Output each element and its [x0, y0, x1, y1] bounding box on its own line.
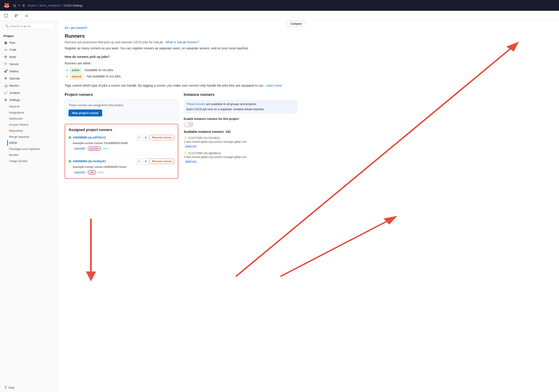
- runners-two-col: Project runners These runners are assign…: [65, 92, 297, 179]
- sidebar-sub-item-monitor[interactable]: Monitor: [7, 152, 57, 158]
- runner-tags-1: openshift ppc64le ⟸: [73, 146, 174, 151]
- runner-hostname-1: example-runner-runner-7bc4d86d59-9nkt6: [73, 141, 174, 145]
- instance-info-line1: These runners are available to all group…: [186, 102, 295, 106]
- runner-edit-icon-1[interactable]: ✏: [136, 135, 142, 141]
- sidebar-sub-item-general[interactable]: General: [7, 103, 57, 109]
- register-text: Register as many runners as you want. Yo…: [65, 46, 297, 51]
- deploy-chevron-icon: ›: [53, 70, 54, 72]
- issues-nav-icon[interactable]: [3, 12, 9, 19]
- sidebar-item-settings[interactable]: ⚙ Settings ›: [0, 96, 57, 103]
- what-is-runner-link[interactable]: What is GitLab Runner?: [166, 40, 199, 44]
- instance-runners-link[interactable]: These runners: [186, 102, 205, 106]
- sidebar-toggle-icon[interactable]: ▤: [13, 4, 16, 7]
- instance-runner-tag-1: gitlab-org: [184, 144, 198, 148]
- runner-actions-1: ✏ ⏸ Remove runner: [136, 135, 174, 141]
- instance-runners-col: Instance runners These runners are avail…: [184, 92, 297, 179]
- breadcrumb-user[interactable]: Arslan: [28, 4, 36, 7]
- how-pick-block: How do runners pick up jobs? Runners are…: [65, 54, 297, 79]
- sidebar-item-build[interactable]: ⚙ Build ›: [0, 53, 57, 60]
- enable-instance-runners-row: Enable instance runners for this project…: [184, 117, 297, 127]
- runner-edit-icon-2[interactable]: ✏: [136, 158, 142, 164]
- help-footer[interactable]: ❓ Help: [0, 383, 57, 392]
- instance-runner-2: ⏱ #11573990 (NL4gfoBem) 2-blue.shared-gi…: [184, 151, 297, 163]
- plus-icon[interactable]: +: [18, 3, 20, 8]
- runner-id-link-1[interactable]: #40099685 (aLa3FA5uY): [73, 136, 106, 139]
- sidebar-sub-item-webhooks[interactable]: Webhooks: [7, 116, 57, 122]
- sidebar-item-analyze[interactable]: 📈 Analyze ›: [0, 89, 57, 96]
- active-badge-desc: - Available to run jobs.: [83, 68, 114, 72]
- sidebar-item-plan[interactable]: ▦ Plan ›: [0, 39, 57, 46]
- project-runners-panel: These runners are assigned to this proje…: [65, 100, 178, 120]
- instance-runner-header-2: ⏱ #11573990 (NL4gfoBem): [184, 151, 297, 155]
- paused-badge: paused: [70, 74, 83, 79]
- sidebar-item-secure[interactable]: 🛡 Secure ›: [0, 60, 57, 68]
- toggle-x-icon: ✕: [185, 123, 186, 126]
- sidebar: 🔍 Search or go to... Project ▦ Plan › </…: [0, 21, 57, 392]
- search-bar[interactable]: 🔍 Search or go to...: [3, 23, 55, 29]
- sidebar-sub-item-packages[interactable]: Packages and registries: [7, 146, 57, 152]
- sidebar-item-deploy[interactable]: 🚀 Deploy ›: [0, 68, 57, 75]
- sidebar-item-monitor-label: Monitor: [9, 84, 19, 87]
- runner-pause-icon-1[interactable]: ⏸: [143, 135, 149, 141]
- sidebar-sub-item-integrations[interactable]: Integrations: [7, 109, 57, 116]
- learn-more-link[interactable]: Learn more.: [266, 84, 282, 87]
- instance-info-text: are available to all groups and projects…: [206, 102, 257, 106]
- remove-runner-button-1[interactable]: Remove runner: [149, 135, 174, 140]
- runner-tag-openshift-1: openshift: [73, 147, 86, 150]
- instance-runners-toggle[interactable]: ✕: [184, 122, 194, 127]
- sidebar-item-deploy-label: Deploy: [9, 70, 19, 73]
- top-bar: 🦊 ▤ + ⊞ Arslan / demo_multiarch / CI/CD …: [0, 0, 559, 11]
- runner-hostname-2: example-runner-runner-c8d8d5d55-5nsvc: [73, 165, 174, 169]
- runner-header-2: #40099684 (ExYaJNyzF) ✏ ⏸ Remove runner: [69, 158, 174, 164]
- instance-runner-url-1: 1-blue.shared-gitlab-org.runners-manager…: [184, 140, 297, 143]
- settings-sub-items: General Integrations Webhooks Access Tok…: [0, 103, 57, 164]
- runner-actions-2: ✏ ⏸ Remove runner: [136, 158, 174, 164]
- operate-icon: ⚙: [4, 77, 8, 80]
- second-bar: [0, 11, 559, 21]
- runner-tag-openshift-2: openshift: [73, 170, 86, 174]
- paused-badge-item: paused - Not available to run jobs.: [70, 74, 297, 79]
- instance-runner-icon-1: ⏱: [184, 136, 187, 140]
- project-section-label: Project: [0, 32, 57, 39]
- new-runner-button[interactable]: New project runner: [68, 109, 102, 116]
- sidebar-sub-item-cicd[interactable]: CI/CD: [7, 140, 57, 146]
- active-badge: active: [70, 68, 81, 73]
- remove-runner-button-2[interactable]: Remove runner: [149, 159, 174, 164]
- runners-desc-text: Runners are processes that pick up and e…: [65, 40, 164, 44]
- sidebar-item-monitor[interactable]: 📊 Monitor ›: [0, 82, 57, 89]
- instance-info-box: These runners are available to all group…: [184, 100, 297, 114]
- settings-icon: ⚙: [4, 98, 8, 102]
- runner-tag-x86: x86: [88, 170, 96, 175]
- sidebar-sub-item-repository[interactable]: Repository: [7, 128, 57, 134]
- runner-id-link-2[interactable]: #40099684 (ExYaJNyzF): [73, 160, 106, 163]
- code-chevron-icon: ›: [53, 48, 54, 51]
- runner-header-1: #40099685 (aLa3FA5uY) ✏ ⏸ Remove runner: [69, 135, 174, 141]
- breadcrumb: Arslan / demo_multiarch / CI/CD Settings: [28, 4, 83, 7]
- merge-requests-nav-icon[interactable]: [13, 12, 20, 19]
- badge-list: active - Available to run jobs. paused -…: [65, 68, 297, 79]
- runner-item-2: #40099684 (ExYaJNyzF) ✏ ⏸ Remove runner …: [69, 158, 174, 175]
- sidebar-item-analyze-label: Analyze: [9, 91, 20, 94]
- sidebar-sub-item-merge-requests[interactable]: Merge requests: [7, 134, 57, 140]
- svg-rect-0: [4, 14, 8, 17]
- analyze-chevron-icon: ›: [53, 91, 54, 94]
- get-started-link-area: do I get started?: [65, 26, 297, 30]
- sidebar-sub-item-usage-quotas[interactable]: Usage Quotas: [7, 158, 57, 164]
- todo-nav-icon[interactable]: [23, 12, 30, 19]
- build-chevron-icon: ›: [53, 55, 54, 58]
- runner-status-dot-1: [69, 136, 71, 139]
- runner-pause-icon-2[interactable]: ⏸: [143, 158, 149, 164]
- sidebar-item-code[interactable]: </> Code ›: [0, 46, 57, 53]
- build-icon: ⚙: [4, 55, 8, 59]
- collapse-button[interactable]: Collapse: [287, 21, 305, 27]
- sidebar-sub-item-access-tokens[interactable]: Access Tokens: [7, 122, 57, 128]
- runner-status-dot-2: [69, 160, 71, 162]
- code-icon: </>: [4, 48, 8, 51]
- instance-info-text2: Each CI/CD job runs on a separate, isola…: [186, 107, 265, 111]
- get-started-link[interactable]: do I get started?: [65, 26, 87, 30]
- sidebar-item-settings-label: Settings: [9, 98, 20, 102]
- breadcrumb-repo[interactable]: demo_multiarch: [39, 4, 60, 7]
- search-placeholder: Search or go to...: [10, 25, 33, 28]
- sidebar-item-operate[interactable]: ⚙ Operate ›: [0, 75, 57, 82]
- issues-icon[interactable]: ⊞: [22, 4, 25, 7]
